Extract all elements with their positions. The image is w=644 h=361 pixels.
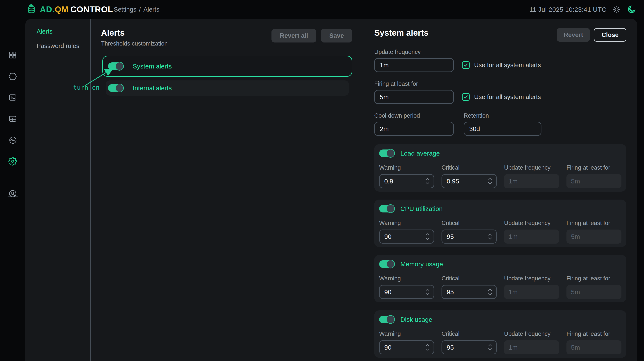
main-panel: Alerts Password rules Alerts Thresholds … <box>26 19 637 361</box>
close-button[interactable]: Close <box>594 28 626 42</box>
stepper-icon[interactable] <box>425 178 430 185</box>
critical-input[interactable]: 0.95 <box>442 174 497 188</box>
breadcrumb-alerts[interactable]: Alerts <box>143 6 159 13</box>
critical-column-label: Critical <box>442 220 497 226</box>
cpu-utilization-toggle[interactable] <box>379 205 394 212</box>
critical-input[interactable]: 95 <box>442 230 497 244</box>
update-frequency-field: Update frequency 1m Use for all system a… <box>374 49 626 72</box>
internal-alerts-toggle[interactable] <box>108 84 123 92</box>
firing-disabled-input: 5m <box>566 285 622 299</box>
cooldown-field: Cool down period 2m <box>374 112 454 136</box>
database-logo-icon <box>26 3 38 16</box>
firing-label: Firing at least for <box>374 81 626 87</box>
critical-input[interactable]: 95 <box>442 340 497 354</box>
warning-input[interactable]: 90 <box>379 340 434 354</box>
settings-gear-icon[interactable] <box>8 157 17 166</box>
firing-column-label: Firing at least for <box>566 330 622 337</box>
cpu-utilization-title: CPU utilization <box>400 205 443 212</box>
moon-icon[interactable] <box>627 5 636 14</box>
use-all-checkbox[interactable] <box>462 93 470 101</box>
update-frequency-disabled-input: 1m <box>504 285 559 299</box>
firing-disabled-input: 5m <box>566 340 622 354</box>
terminal-icon[interactable] <box>8 93 17 102</box>
warning-value: 90 <box>384 344 392 351</box>
warning-column-label: Warning <box>379 164 434 171</box>
internal-alerts-row[interactable]: Internal alerts <box>106 81 349 96</box>
update-frequency-input[interactable]: 1m <box>374 58 454 72</box>
topbar-right: 11 Jul 2025 10:23:41 UTC <box>530 0 636 19</box>
firing-column-label: Firing at least for <box>566 275 622 282</box>
top-bar: AD.QMCONTROL Settings / Alerts 11 Jul 20… <box>0 0 644 19</box>
update-frequency-disabled-input: 1m <box>504 174 559 188</box>
stepper-icon[interactable] <box>425 233 430 240</box>
drawer-actions: Revert Close <box>557 28 626 42</box>
stepper-icon[interactable] <box>488 344 492 351</box>
update-column-label: Update frequency <box>504 330 559 337</box>
load-average-toggle[interactable] <box>379 150 394 157</box>
table-icon[interactable] <box>8 114 17 123</box>
retention-label: Retention <box>464 112 542 119</box>
warning-column-label: Warning <box>379 220 434 226</box>
dashboard-icon[interactable] <box>8 51 17 59</box>
alerts-header-text: Alerts Thresholds customization <box>101 28 168 47</box>
update-frequency-label: Update frequency <box>374 49 626 55</box>
nav-item-alerts[interactable]: Alerts <box>36 28 90 35</box>
cooldown-input[interactable]: 2m <box>374 122 454 136</box>
warning-input[interactable]: 90 <box>379 285 434 299</box>
stepper-icon[interactable] <box>488 178 492 185</box>
update-frequency-disabled-input: 1m <box>504 230 559 244</box>
toggle-knob <box>115 62 124 71</box>
page-title: Alerts <box>101 28 168 38</box>
stepper-icon[interactable] <box>425 344 430 351</box>
warning-column-label: Warning <box>379 275 434 282</box>
alerts-content: Alerts Thresholds customization Revert a… <box>90 19 364 361</box>
save-button[interactable]: Save <box>321 29 352 43</box>
cooldown-label: Cool down period <box>374 112 454 119</box>
firing-column-label: Firing at least for <box>566 164 622 171</box>
firing-disabled-input: 5m <box>566 174 622 188</box>
update-frequency-disabled-input: 1m <box>504 340 559 354</box>
logo-ad: AD. <box>40 5 55 14</box>
hexagon-icon[interactable] <box>8 72 17 81</box>
system-alerts-toggle[interactable] <box>108 62 123 70</box>
breadcrumb-separator: / <box>139 6 141 13</box>
use-all-checkbox[interactable] <box>462 61 470 69</box>
load-average-title: Load average <box>400 150 440 157</box>
toggle-knob <box>386 149 395 158</box>
firing-input[interactable]: 5m <box>374 90 454 104</box>
logo-qm: QM <box>55 5 69 14</box>
revert-button[interactable]: Revert <box>557 28 590 42</box>
retention-input[interactable]: 30d <box>464 122 542 136</box>
logo-text: AD.QMCONTROL <box>40 5 113 14</box>
critical-column-label: Critical <box>442 164 497 171</box>
use-all-label: Use for all system alerts <box>474 93 541 101</box>
breadcrumb: Settings / Alerts <box>114 0 160 19</box>
update-column-label: Update frequency <box>504 275 559 282</box>
profile-icon[interactable] <box>8 189 17 198</box>
use-all-label: Use for all system alerts <box>474 62 541 69</box>
warning-value: 90 <box>384 233 392 240</box>
critical-input[interactable]: 95 <box>442 285 497 299</box>
warning-input[interactable]: 0.9 <box>379 174 434 188</box>
stepper-icon[interactable] <box>425 288 430 295</box>
warning-input[interactable]: 90 <box>379 230 434 244</box>
page-subtitle: Thresholds customization <box>101 40 168 47</box>
alerts-actions: Revert all Save <box>272 29 352 43</box>
memory-usage-toggle[interactable] <box>379 260 394 268</box>
breadcrumb-settings[interactable]: Settings <box>114 6 136 13</box>
key-icon[interactable] <box>8 136 17 145</box>
toggle-knob <box>386 204 395 213</box>
revert-all-button[interactable]: Revert all <box>272 29 316 43</box>
stepper-icon[interactable] <box>488 288 492 295</box>
drawer-title: System alerts <box>374 28 428 38</box>
system-alerts-row[interactable]: System alerts <box>102 56 352 77</box>
sun-icon[interactable] <box>612 5 621 14</box>
app-logo[interactable]: AD.QMCONTROL <box>26 0 113 19</box>
disk-usage-toggle[interactable] <box>379 316 394 323</box>
nav-item-password-rules[interactable]: Password rules <box>36 42 90 50</box>
cpu-utilization-card: CPU utilization Warning Critical Update … <box>374 200 626 247</box>
warning-column-label: Warning <box>379 330 434 337</box>
system-alerts-drawer: System alerts Revert Close Update freque… <box>364 19 637 361</box>
stepper-icon[interactable] <box>488 233 492 240</box>
update-column-label: Update frequency <box>504 220 559 226</box>
